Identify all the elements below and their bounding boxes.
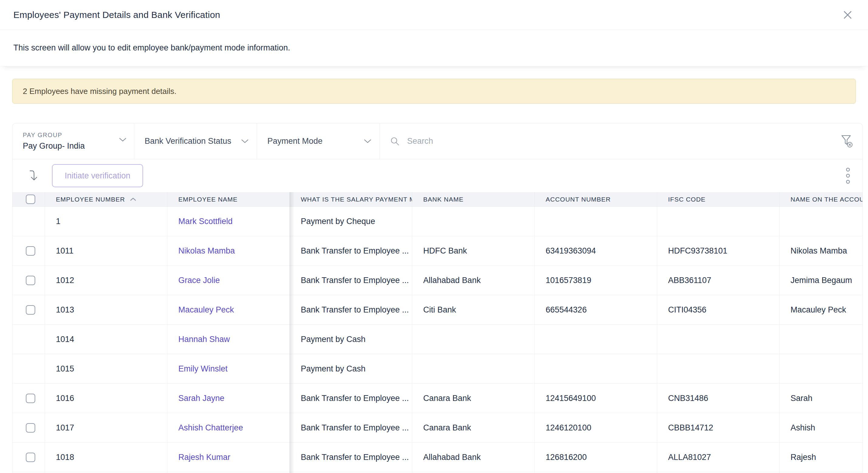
row-select-cell <box>12 384 45 413</box>
name-on-account-cell: Ashish <box>780 413 863 442</box>
row-checkbox[interactable] <box>26 394 35 403</box>
column-header-account-number[interactable]: ACCOUNT NUMBER <box>535 192 657 206</box>
ifsc-code-cell: HDFC93738101 <box>657 236 780 265</box>
employee-number-cell: 1 <box>45 207 167 236</box>
account-number-cell <box>535 354 657 383</box>
table-row: 1016 Sarah Jayne Bank Transfer to Employ… <box>12 384 863 413</box>
bank-name-cell <box>412 207 535 236</box>
warning-banner: 2 Employees have missing payment details… <box>12 79 856 104</box>
bank-name-cell: Allahabad Bank <box>412 266 535 295</box>
employee-name-link[interactable]: Grace Jolie <box>178 276 220 285</box>
employee-name-link[interactable]: Hannah Shaw <box>178 335 230 344</box>
ifsc-code-cell <box>657 325 780 354</box>
close-button[interactable] <box>841 8 855 22</box>
ifsc-code-cell: CBBB14712 <box>657 413 780 442</box>
ifsc-code-cell: ABB361107 <box>657 266 780 295</box>
bank-verification-status-label: Bank Verification Status <box>145 137 231 146</box>
row-select-cell <box>12 207 45 236</box>
more-options-button[interactable] <box>844 166 852 186</box>
bank-verification-status-filter[interactable]: Bank Verification Status <box>134 123 257 159</box>
row-checkbox[interactable] <box>26 276 35 285</box>
bank-name-cell: Canara Bank <box>412 413 535 442</box>
payment-mode-cell: Bank Transfer to Employee ... <box>290 443 412 472</box>
employee-number-cell: 1015 <box>45 354 167 383</box>
kebab-menu-icon <box>845 167 850 184</box>
payment-mode-cell: Bank Transfer to Employee ... <box>290 413 412 442</box>
name-on-account-cell <box>780 207 863 236</box>
employee-name-link[interactable]: Nikolas Mamba <box>178 246 235 256</box>
column-header-name-on-account[interactable]: NAME ON THE ACCOUNT <box>780 192 863 206</box>
employee-number-cell: 1013 <box>45 295 167 324</box>
employee-name-link[interactable]: Macauley Peck <box>178 305 234 315</box>
account-number-cell: 1016573819 <box>535 266 657 295</box>
chevron-down-icon <box>241 139 249 144</box>
column-header-employee-name[interactable]: EMPLOYEE NAME <box>167 192 290 206</box>
pay-group-filter[interactable]: PAY GROUP Pay Group- India <box>12 123 134 159</box>
name-on-account-cell: Macauley Peck <box>780 295 863 324</box>
employee-name-link[interactable]: Emily Winslet <box>178 364 227 374</box>
column-header-ifsc-code[interactable]: IFSC CODE <box>657 192 780 206</box>
table-row: 1011 Nikolas Mamba Bank Transfer to Empl… <box>12 236 863 266</box>
download-button[interactable] <box>27 168 40 183</box>
account-number-cell: 665544326 <box>535 295 657 324</box>
download-arrow-icon <box>28 169 39 182</box>
employee-name-cell: Ashish Chatterjee <box>167 413 290 442</box>
close-icon <box>842 10 853 20</box>
select-all-cell <box>12 192 45 206</box>
employee-number-cell: 1012 <box>45 266 167 295</box>
table-row: 1018 Rajesh Kumar Bank Transfer to Emplo… <box>12 443 863 472</box>
row-select-cell <box>12 295 45 324</box>
employee-name-link[interactable]: Rajesh Kumar <box>178 453 230 462</box>
row-checkbox[interactable] <box>26 246 35 256</box>
select-all-checkbox[interactable] <box>26 195 35 204</box>
payment-mode-cell: Bank Transfer to Employee ... <box>290 384 412 413</box>
name-on-account-cell: Rajesh <box>780 443 863 472</box>
employee-name-cell: Hannah Shaw <box>167 325 290 354</box>
pay-group-filter-value: Pay Group- India <box>23 141 126 151</box>
account-number-cell: 126816200 <box>535 443 657 472</box>
filter-bar: PAY GROUP Pay Group- India Bank Verifica… <box>12 123 863 159</box>
bank-name-cell: HDFC Bank <box>412 236 535 265</box>
row-select-cell <box>12 354 45 383</box>
column-header-payment-mode[interactable]: WHAT IS THE SALARY PAYMENT MODE <box>290 192 412 206</box>
employee-name-cell: Rajesh Kumar <box>167 443 290 472</box>
payment-mode-cell: Bank Transfer to Employee ... <box>290 266 412 295</box>
bank-name-cell: Citi Bank <box>412 295 535 324</box>
bank-name-cell: Canara Bank <box>412 384 535 413</box>
row-select-cell <box>12 325 45 354</box>
table-row: 1017 Ashish Chatterjee Bank Transfer to … <box>12 413 863 443</box>
search-input[interactable] <box>406 136 833 146</box>
bank-name-cell: Allahabad Bank <box>412 443 535 472</box>
employee-name-cell: Macauley Peck <box>167 295 290 324</box>
column-header-bank-name[interactable]: BANK NAME <box>412 192 535 206</box>
payment-details-panel: PAY GROUP Pay Group- India Bank Verifica… <box>12 123 863 473</box>
row-checkbox[interactable] <box>26 423 35 433</box>
account-number-cell: 1246120100 <box>535 413 657 442</box>
table-body: 1 Mark Scottfield Payment by Cheque 1011… <box>12 207 863 473</box>
initiate-verification-button[interactable]: Initiate verification <box>52 164 143 187</box>
employee-name-cell: Emily Winslet <box>167 354 290 383</box>
ifsc-code-cell <box>657 207 780 236</box>
clear-filters-button[interactable] <box>839 133 855 150</box>
bank-name-cell <box>412 325 535 354</box>
account-number-cell <box>535 207 657 236</box>
chevron-down-icon <box>364 139 372 144</box>
row-checkbox[interactable] <box>26 453 35 462</box>
chevron-down-icon <box>119 138 127 142</box>
name-on-account-cell: Sarah <box>780 384 863 413</box>
employee-number-cell: 1011 <box>45 236 167 265</box>
account-number-cell <box>535 325 657 354</box>
column-header-employee-number[interactable]: EMPLOYEE NUMBER <box>45 192 167 206</box>
account-number-cell: 12415649100 <box>535 384 657 413</box>
employee-name-link[interactable]: Mark Scottfield <box>178 217 233 226</box>
payment-mode-filter[interactable]: Payment Mode <box>257 123 380 159</box>
name-on-account-cell <box>780 325 863 354</box>
warning-banner-text: 2 Employees have missing payment details… <box>23 87 177 96</box>
employee-name-link[interactable]: Ashish Chatterjee <box>178 423 243 433</box>
employee-number-cell: 1014 <box>45 325 167 354</box>
clear-filter-icon <box>841 135 854 148</box>
row-checkbox[interactable] <box>26 305 35 315</box>
table-row: 1014 Hannah Shaw Payment by Cash <box>12 325 863 354</box>
employee-name-link[interactable]: Sarah Jayne <box>178 394 224 403</box>
account-number-cell: 63419363094 <box>535 236 657 265</box>
